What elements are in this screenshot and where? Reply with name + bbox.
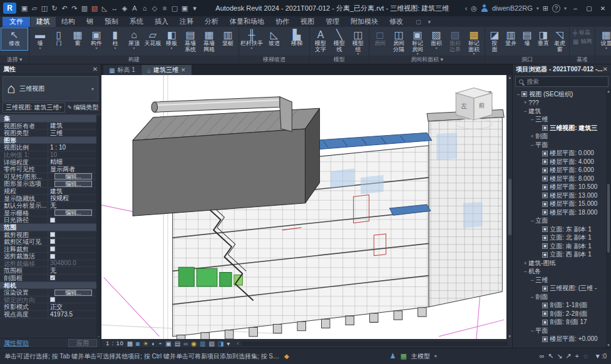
search-icon[interactable]: ◎: [471, 4, 477, 13]
tag-room-button[interactable]: ▣ 标记 房间 ▾: [408, 28, 427, 56]
tab-manage[interactable]: 管理: [320, 17, 345, 27]
tree-section-17[interactable]: 剖面: 剖面 17: [513, 318, 606, 327]
displacement-sets-icon[interactable]: ◨: [218, 340, 223, 348]
exclude-options-icon[interactable]: ↖: [547, 352, 555, 360]
property-row[interactable]: 范围: [0, 224, 101, 231]
level-button[interactable]: ╪ 标高: [571, 28, 592, 37]
property-row[interactable]: 渲染设置 编辑...: [0, 289, 101, 296]
tree-plan-4000[interactable]: 楼层平面: 4.000: [513, 158, 606, 166]
close-button[interactable]: ✕: [598, 5, 608, 12]
transfer-icon[interactable]: ▧: [90, 3, 100, 14]
property-row[interactable]: 投影模式 正交: [0, 303, 101, 311]
property-row[interactable]: 远剪裁激活: [0, 253, 101, 260]
drawing-area[interactable]: 左 前: [101, 75, 506, 339]
tree-elev-north[interactable]: 立面: 北 副本 1: [513, 234, 606, 243]
edit-button[interactable]: 编辑...: [54, 181, 92, 187]
select-underlay-icon[interactable]: +: [573, 352, 582, 360]
view-tab-level-1[interactable]: ▦ 标高 1: [103, 65, 141, 75]
tab-steel[interactable]: 钢: [81, 17, 99, 27]
tree-mech-plans[interactable]: − 平面: [513, 326, 606, 335]
rendering-dialog-icon[interactable]: ◓: [158, 340, 162, 348]
room-separator-button[interactable]: ◫ 房间 分隔 ▾: [389, 28, 408, 56]
ceiling-button[interactable]: ▱ 天花板 ▾: [143, 28, 162, 50]
property-row[interactable]: 剖面框: [0, 275, 101, 282]
instance-selector[interactable]: 三维视图: 建筑三维 ▾: [3, 103, 65, 113]
dormer-opening-button[interactable]: ◹ 老虎窗 ▾: [552, 28, 568, 56]
tab-massing-site[interactable]: 体量和场地: [224, 17, 270, 27]
tab-view[interactable]: 视图: [295, 17, 320, 27]
tree-arch-3d[interactable]: − 三维: [513, 116, 606, 124]
tab-collaborate[interactable]: 协作: [270, 17, 295, 27]
tree-mechanical[interactable]: − 机务: [513, 268, 606, 276]
curtain-system-button[interactable]: ▤ 幕墙 系统 ▾: [181, 28, 200, 56]
wall-button[interactable]: ▬ 墙 ▾: [31, 28, 49, 50]
crop-view-icon[interactable]: ▣: [165, 340, 171, 348]
window-button[interactable]: ▦ 窗 ▾: [68, 28, 87, 50]
stair-button[interactable]: ▙ 楼梯 ▾: [285, 28, 308, 50]
shaft-opening-button[interactable]: ▥ 竖井 ▾: [503, 28, 519, 50]
tab-insert[interactable]: 插入: [149, 17, 174, 27]
tree-arch-elevations[interactable]: − 立面: [513, 217, 606, 226]
property-row[interactable]: 规程 建筑: [0, 188, 101, 195]
undo-icon[interactable]: ↶: [59, 3, 69, 14]
tree-section-1-1[interactable]: 剖面: 1-1剖面: [513, 301, 606, 310]
tag-area-button[interactable]: ▩ 标记 面积 ▾: [465, 28, 483, 56]
component-button[interactable]: ▣ 构件 ▾: [87, 28, 106, 50]
property-row[interactable]: 视图比例 1 : 10: [0, 144, 101, 151]
tree-expander-icon[interactable]: −: [522, 108, 528, 114]
property-row[interactable]: 图形: [0, 137, 101, 144]
save-icon[interactable]: ◫: [39, 3, 49, 14]
close-hidden-windows-icon[interactable]: ▢: [170, 3, 180, 14]
open-icon[interactable]: ▱: [29, 3, 39, 14]
property-row[interactable]: 详细程度 精细: [0, 159, 101, 166]
tree-expander-icon[interactable]: −: [515, 91, 521, 98]
modify-button[interactable]: ↖ 修改 ▾: [1, 28, 28, 50]
property-row[interactable]: 日光路径: [0, 216, 101, 224]
floor-button[interactable]: ◧ 楼板 ▾: [162, 28, 181, 50]
tree-mech-3d[interactable]: − 三维: [513, 276, 606, 285]
view-tab-arch-3d[interactable]: ⌂ 建筑三维 ✕: [141, 65, 192, 75]
tree-expander-icon[interactable]: −: [529, 328, 535, 334]
property-row[interactable]: 相机: [0, 282, 101, 290]
help-icon[interactable]: ?: [552, 4, 560, 13]
property-row[interactable]: 显示栅格 编辑...: [0, 210, 101, 217]
door-button[interactable]: ▯ 门 ▾: [49, 28, 68, 50]
print-icon[interactable]: ▥: [80, 3, 90, 14]
tree-unknown[interactable]: + ???: [513, 99, 606, 108]
properties-scrollbar[interactable]: [96, 115, 101, 338]
modify-panel-toggle-icon[interactable]: ▢: [416, 18, 421, 27]
view-scale-button[interactable]: 1 : 10: [106, 340, 124, 346]
tree-plan-6000[interactable]: 楼层平面: 6.000: [513, 166, 606, 175]
default-3d-view-icon[interactable]: ⌂: [140, 3, 150, 14]
design-option-chevron-icon[interactable]: ▾: [434, 353, 437, 359]
checkbox[interactable]: [50, 232, 55, 237]
tab-precast[interactable]: 预制: [99, 17, 124, 27]
edit-button[interactable]: 编辑...: [54, 210, 92, 216]
drag-on-selection-icon[interactable]: ↘: [555, 352, 564, 360]
property-row[interactable]: 注释裁剪: [0, 246, 101, 253]
browser-scrollbar[interactable]: ▲ ▼: [606, 89, 611, 348]
view-tab-close-icon[interactable]: ✕: [181, 67, 186, 73]
tree-mech-sections[interactable]: − 剖面: [513, 293, 606, 301]
property-row[interactable]: 锁定的方向: [0, 296, 101, 304]
property-row[interactable]: 显示隐藏线 按规程: [0, 195, 101, 203]
checkbox[interactable]: [50, 297, 55, 302]
apply-button[interactable]: 应用: [68, 339, 97, 347]
tab-addins[interactable]: 附加模块: [345, 17, 384, 27]
property-row[interactable]: 视点高度 41973.5: [0, 311, 101, 318]
text-icon[interactable]: A: [130, 3, 140, 14]
tree-section-2-2[interactable]: 剖面: 2-2剖面: [513, 310, 606, 318]
property-row[interactable]: 范围框 无: [0, 267, 101, 275]
crop-region-icon[interactable]: ▤: [175, 340, 180, 348]
switch-windows-icon[interactable]: ▣: [180, 3, 190, 14]
tree-arch-plans[interactable]: − 平面: [513, 141, 606, 149]
hide-analytical-icon[interactable]: ▧: [208, 340, 214, 348]
tab-modify[interactable]: 修改: [384, 17, 409, 27]
help-menu-chevron-icon[interactable]: ▾: [564, 6, 567, 11]
property-row[interactable]: 比例值 1: 10: [0, 151, 101, 159]
model-group-button[interactable]: ◫ 模型 组 ▾: [349, 28, 367, 56]
tree-arch-sections[interactable]: + 剖面: [513, 133, 606, 141]
active-design-option[interactable]: 主模型: [411, 352, 430, 361]
tree-plan-mech-0000[interactable]: 楼层平面: +0.000: [513, 335, 606, 344]
user-avatar-icon[interactable]: [481, 4, 488, 12]
